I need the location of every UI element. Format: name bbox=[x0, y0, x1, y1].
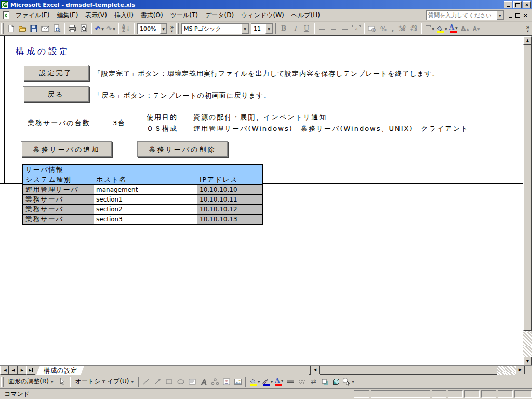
autoshapes-button[interactable]: オートシェイプ(U) ▼ bbox=[72, 376, 137, 388]
menu-view[interactable]: 表示(V) bbox=[82, 10, 111, 21]
vertical-scroll-track[interactable] bbox=[523, 331, 532, 357]
cell-host-name[interactable]: section3 bbox=[94, 215, 197, 225]
decrease-font-button[interactable]: A▼ bbox=[471, 23, 482, 34]
minimize-button[interactable] bbox=[504, 1, 512, 8]
decrease-decimal-button[interactable]: .00+.0 bbox=[408, 23, 419, 34]
threed-style-button[interactable] bbox=[330, 376, 342, 388]
zoom-combobox[interactable]: 100% ▼ bbox=[137, 23, 167, 34]
question-input[interactable] bbox=[427, 12, 497, 19]
table-title-cell[interactable]: サーバ情報 bbox=[23, 165, 263, 175]
more-buttons-standard[interactable]: »▼ bbox=[168, 23, 176, 34]
restore-button[interactable] bbox=[513, 1, 522, 8]
scroll-left-button[interactable]: ◀ bbox=[311, 366, 320, 374]
horizontal-scroll-thumb[interactable] bbox=[320, 366, 497, 375]
draw-fill-color-button[interactable]: ▼ bbox=[248, 376, 261, 388]
font-dropdown-button[interactable]: ▼ bbox=[242, 24, 248, 34]
toolbar-grip[interactable] bbox=[176, 23, 179, 34]
search-button[interactable] bbox=[51, 23, 62, 34]
insert-picture-button[interactable] bbox=[232, 376, 244, 388]
previous-sheet-button[interactable]: ◀ bbox=[9, 366, 18, 375]
more-buttons-drawing[interactable]: ▼ bbox=[342, 376, 355, 388]
back-button[interactable]: 戻る bbox=[23, 86, 89, 102]
textbox-button[interactable] bbox=[187, 376, 198, 388]
vertical-scrollbar[interactable]: ▲ ▼ bbox=[523, 36, 532, 365]
borders-button[interactable]: ▼ bbox=[423, 23, 435, 34]
draw-menu-button[interactable]: 図形の調整(R) ▼ bbox=[5, 376, 57, 388]
arrow-button[interactable] bbox=[152, 376, 164, 388]
draw-font-color-button[interactable]: A ▼ bbox=[273, 376, 285, 388]
header-host-name[interactable]: ホスト名 bbox=[94, 175, 197, 185]
new-document-button[interactable] bbox=[5, 23, 17, 34]
print-preview-button[interactable] bbox=[78, 23, 89, 34]
align-right-button[interactable] bbox=[339, 23, 351, 34]
sheet-tab-active[interactable]: 構成の設定 bbox=[36, 366, 85, 375]
dash-style-button[interactable] bbox=[296, 376, 308, 388]
cell-host-name[interactable]: section1 bbox=[94, 195, 197, 205]
more-buttons-formatting[interactable]: »▼ bbox=[524, 23, 531, 34]
worksheet-area[interactable]: 構成の設定 設定完了 「設定完了」ボタン：環境定義用実行ファイルを出力して設定内… bbox=[0, 35, 532, 365]
close-button[interactable]: × bbox=[523, 1, 531, 8]
save-button[interactable] bbox=[28, 23, 39, 34]
italic-button[interactable]: I bbox=[289, 23, 301, 34]
line-button[interactable] bbox=[141, 376, 152, 388]
complete-settings-button[interactable]: 設定完了 bbox=[23, 65, 89, 81]
wordart-button[interactable] bbox=[198, 376, 209, 388]
first-sheet-button[interactable]: ◀ bbox=[0, 366, 9, 375]
align-left-button[interactable] bbox=[316, 23, 328, 34]
menu-edit[interactable]: 編集(E) bbox=[53, 10, 82, 21]
question-dropdown-button[interactable]: ▼ bbox=[497, 11, 503, 20]
delete-server-button[interactable]: 業務サーバの削除 bbox=[137, 141, 228, 157]
workbook-minimize-icon[interactable] bbox=[509, 15, 512, 18]
menu-format[interactable]: 書式(O) bbox=[137, 10, 167, 21]
menu-file[interactable]: ファイル(F) bbox=[12, 10, 53, 21]
menu-window[interactable]: ウィンドウ(W) bbox=[237, 10, 288, 21]
menu-help[interactable]: ヘルプ(H) bbox=[288, 10, 324, 21]
cell-ip-address[interactable]: 10.10.10.11 bbox=[197, 195, 263, 205]
scroll-up-button[interactable]: ▲ bbox=[523, 36, 532, 45]
scroll-right-button[interactable]: ▶ bbox=[516, 366, 525, 374]
zoom-dropdown-button[interactable]: ▼ bbox=[160, 24, 167, 34]
cell-ip-address[interactable]: 10.10.10.12 bbox=[197, 205, 263, 215]
percent-button[interactable]: % bbox=[378, 23, 389, 34]
header-ip-address[interactable]: IPアドレス bbox=[197, 175, 263, 185]
toolbar-grip[interactable] bbox=[1, 377, 4, 387]
scroll-down-button[interactable]: ▼ bbox=[523, 357, 532, 365]
cell-system-type[interactable]: 業務サーバ bbox=[23, 195, 94, 205]
currency-button[interactable]: ¥ bbox=[366, 23, 378, 34]
workbook-close-icon[interactable]: × bbox=[523, 12, 528, 18]
sort-ascending-button[interactable]: A Z ↓ bbox=[121, 23, 132, 34]
underline-button[interactable]: U bbox=[301, 23, 312, 34]
bold-button[interactable]: B bbox=[278, 23, 289, 34]
undo-button[interactable]: ↶▼ bbox=[94, 23, 105, 34]
increase-font-button[interactable]: A▲ bbox=[459, 23, 471, 34]
next-sheet-button[interactable]: ▶ bbox=[18, 366, 26, 375]
clipart-button[interactable] bbox=[221, 376, 232, 388]
comma-button[interactable]: , bbox=[389, 23, 396, 34]
cell-host-name[interactable]: section2 bbox=[94, 205, 197, 215]
font-name-combobox[interactable]: MS Pゴシック ▼ bbox=[181, 23, 249, 34]
increase-decimal-button[interactable]: +.0.00 bbox=[396, 23, 408, 34]
merge-center-button[interactable]: a bbox=[351, 23, 362, 34]
menu-data[interactable]: データ(D) bbox=[202, 10, 237, 21]
font-size-dropdown-button[interactable]: ▼ bbox=[265, 24, 272, 34]
align-center-button[interactable] bbox=[328, 23, 339, 34]
open-button[interactable] bbox=[17, 23, 28, 34]
fill-color-button[interactable]: ▼ bbox=[435, 23, 448, 34]
cell-system-type[interactable]: 運用管理サーバ bbox=[23, 185, 94, 195]
font-size-combobox[interactable]: 11 ▼ bbox=[251, 23, 273, 34]
toolbar-grip[interactable] bbox=[1, 23, 4, 34]
menu-tools[interactable]: ツール(T) bbox=[167, 10, 202, 21]
last-sheet-button[interactable]: ▶ bbox=[26, 366, 35, 375]
redo-button[interactable]: ↷▼ bbox=[105, 23, 116, 34]
shadow-style-button[interactable] bbox=[319, 376, 330, 388]
arrow-style-button[interactable]: ⇄ bbox=[308, 376, 319, 388]
horizontal-scroll-track[interactable] bbox=[497, 366, 516, 375]
draw-line-color-button[interactable]: ▼ bbox=[261, 376, 274, 388]
menu-insert[interactable]: 挿入(I) bbox=[111, 10, 137, 21]
cell-host-name[interactable]: management bbox=[94, 185, 197, 195]
line-style-button[interactable] bbox=[285, 376, 296, 388]
cell-ip-address[interactable]: 10.10.10.13 bbox=[197, 215, 263, 225]
header-system-type[interactable]: システム種別 bbox=[23, 175, 94, 185]
vertical-scroll-thumb[interactable] bbox=[523, 45, 532, 331]
font-color-button[interactable]: A ▼ bbox=[448, 23, 459, 34]
